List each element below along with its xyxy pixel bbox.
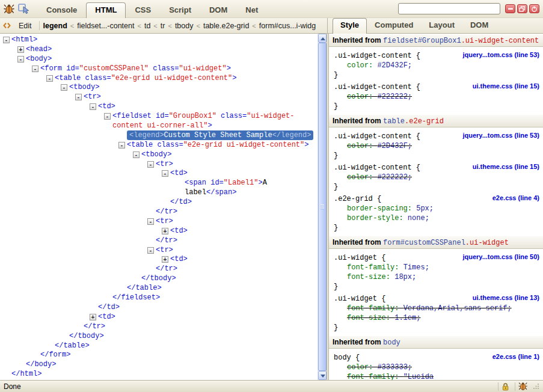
tree-node[interactable]: -<body> bbox=[0, 55, 318, 64]
header-selector-link[interactable]: fieldset#GroupBox1 bbox=[383, 37, 461, 45]
css-property[interactable]: color: #222222; bbox=[334, 173, 538, 182]
tree-node[interactable]: </html> bbox=[0, 370, 318, 379]
tree-node[interactable]: -<tbody> bbox=[0, 150, 318, 160]
css-property[interactable]: border-style: none; bbox=[334, 213, 538, 223]
tab-html[interactable]: HTML bbox=[86, 2, 126, 18]
twisty-collapse-icon[interactable]: - bbox=[147, 247, 154, 254]
tree-node[interactable]: </tbody> bbox=[0, 332, 318, 341]
css-property[interactable]: color: #222222; bbox=[334, 92, 538, 102]
scroll-down-button[interactable] bbox=[318, 371, 327, 380]
tree-node[interactable]: -<fieldset id="GroupBox1" class="ui-widg… bbox=[0, 112, 318, 121]
source-file-link[interactable]: ui.theme.css (line 15) bbox=[473, 163, 539, 170]
deactivate-button[interactable] bbox=[529, 4, 539, 13]
side-tab-computed[interactable]: Computed bbox=[367, 18, 421, 33]
tree-node[interactable]: -<tr> bbox=[0, 160, 318, 170]
search-input[interactable] bbox=[398, 3, 500, 14]
tree-node[interactable]: </tr> bbox=[0, 207, 318, 217]
source-file-link[interactable]: e2e.css (line 1) bbox=[492, 353, 539, 360]
source-file-link[interactable]: ui.theme.css (line 15) bbox=[473, 82, 539, 90]
twisty-collapse-icon[interactable]: - bbox=[133, 152, 140, 158]
tab-script[interactable]: Script bbox=[160, 2, 200, 17]
breadcrumb-item-table-e2e-grid[interactable]: table.e2e-grid bbox=[202, 22, 250, 30]
tree-node[interactable]: </body> bbox=[0, 360, 318, 370]
twisty-collapse-icon[interactable]: - bbox=[118, 142, 125, 149]
tree-node[interactable]: </tr> bbox=[0, 322, 318, 332]
breadcrumb-item-tr[interactable]: tr bbox=[159, 22, 167, 30]
header-selector-link[interactable]: body bbox=[383, 338, 400, 347]
breadcrumb-item-legend[interactable]: legend bbox=[42, 22, 69, 30]
tree-node[interactable]: -<table class="e2e-grid ui-widget-conten… bbox=[0, 141, 318, 150]
twisty-expand-icon[interactable]: + bbox=[17, 46, 24, 53]
source-file-link[interactable]: jquery...tom.css (line 53) bbox=[462, 132, 539, 139]
tree-node[interactable]: -<table class="e2e-grid ui-widget-conten… bbox=[0, 74, 318, 84]
twisty-collapse-icon[interactable]: - bbox=[17, 56, 24, 63]
tree-node[interactable]: -<td> bbox=[0, 102, 318, 112]
tree-node[interactable]: +<td> bbox=[0, 227, 318, 236]
tree-node[interactable]: </tbody> bbox=[0, 274, 318, 284]
tree-node[interactable]: </td> bbox=[0, 198, 318, 207]
twisty-collapse-icon[interactable]: - bbox=[75, 94, 82, 100]
tree-node[interactable]: content ui-corner-all"> bbox=[0, 121, 318, 131]
source-file-link[interactable]: jquery...tom.css (line 53) bbox=[462, 51, 539, 58]
tree-node[interactable]: -<tr> bbox=[0, 246, 318, 256]
css-property[interactable]: color: #2D432F; bbox=[334, 141, 538, 151]
header-selector-link[interactable]: .ui-widget-content bbox=[461, 37, 539, 45]
header-selector-link[interactable]: table bbox=[383, 117, 405, 126]
tree-node[interactable]: </tr> bbox=[0, 236, 318, 246]
source-file-link[interactable]: e2e.css (line 4) bbox=[492, 194, 539, 201]
tree-node[interactable]: +<head> bbox=[0, 45, 318, 55]
tree-node[interactable]: -<html> bbox=[0, 35, 318, 45]
tree-node[interactable]: </table> bbox=[0, 341, 318, 351]
tree-node[interactable]: +<td> bbox=[0, 255, 318, 265]
header-selector-link[interactable]: .ui-widget bbox=[465, 239, 509, 247]
css-property[interactable]: font-size: 1.1em; bbox=[334, 313, 538, 323]
side-tab-style[interactable]: Style bbox=[333, 18, 367, 34]
tree-node[interactable]: -<tbody> bbox=[0, 83, 318, 93]
code-chevrons-icon[interactable] bbox=[2, 22, 11, 29]
css-property[interactable]: font-family: "Lucida Grande",Verdana,Ari… bbox=[334, 372, 538, 380]
breadcrumb-item-form-cus-i-widg[interactable]: form#cus...i-widg bbox=[258, 22, 317, 30]
twisty-collapse-icon[interactable]: - bbox=[147, 161, 154, 168]
tree-node[interactable]: </table> bbox=[0, 284, 318, 293]
tree-node[interactable]: <legend>Custom Style Sheet Sample</legen… bbox=[0, 131, 318, 141]
tab-net[interactable]: Net bbox=[236, 2, 267, 17]
header-selector-link[interactable]: form#customCSSPanel bbox=[383, 239, 465, 247]
tree-node[interactable]: </tr> bbox=[0, 265, 318, 274]
breadcrumb-item-fieldset-content[interactable]: fieldset...-content bbox=[76, 22, 135, 30]
css-property[interactable]: font-family: Times; bbox=[334, 263, 538, 272]
firebug-bug-icon[interactable] bbox=[4, 4, 16, 14]
tab-dom[interactable]: DOM bbox=[200, 2, 236, 17]
tree-node[interactable]: </td> bbox=[0, 303, 318, 313]
edit-button[interactable]: Edit bbox=[14, 22, 37, 30]
breadcrumb-item-tbody[interactable]: tbody bbox=[174, 22, 195, 30]
scrollbar-thumb[interactable] bbox=[318, 43, 327, 371]
css-property[interactable]: font-size: 18px; bbox=[334, 272, 538, 282]
side-tab-layout[interactable]: Layout bbox=[421, 18, 462, 33]
twisty-collapse-icon[interactable]: - bbox=[104, 113, 111, 120]
tree-node[interactable]: </form> bbox=[0, 351, 318, 360]
vertical-scrollbar[interactable] bbox=[318, 34, 327, 380]
twisty-collapse-icon[interactable]: - bbox=[46, 75, 53, 82]
source-file-link[interactable]: jquery...tom.css (line 50) bbox=[462, 253, 539, 260]
tree-node[interactable]: <span id="Label1">A bbox=[0, 179, 318, 188]
resize-grip-icon[interactable] bbox=[533, 382, 539, 391]
tab-css[interactable]: CSS bbox=[126, 2, 160, 17]
detach-window-button[interactable] bbox=[517, 4, 527, 13]
twisty-collapse-icon[interactable]: - bbox=[162, 170, 168, 177]
css-property[interactable]: font-family: Verdana,Arial,sans-serif; bbox=[334, 304, 538, 313]
tree-node[interactable]: </fieldset> bbox=[0, 293, 318, 303]
twisty-collapse-icon[interactable]: - bbox=[147, 218, 154, 225]
css-property[interactable]: color: #2D432F; bbox=[334, 61, 538, 70]
twisty-collapse-icon[interactable]: - bbox=[90, 103, 96, 110]
tree-node[interactable]: +<td> bbox=[0, 313, 318, 322]
source-file-link[interactable]: ui.theme.css (line 13) bbox=[473, 294, 539, 301]
twisty-collapse-icon[interactable]: - bbox=[3, 37, 10, 43]
inspect-element-icon[interactable] bbox=[18, 4, 30, 14]
tree-node[interactable]: label</span> bbox=[0, 188, 318, 198]
minimize-button[interactable] bbox=[505, 4, 515, 13]
tree-node[interactable]: -<form id="customCSSPanel" class="ui-wid… bbox=[0, 64, 318, 74]
header-selector-link[interactable]: .e2e-grid bbox=[405, 117, 444, 126]
css-property[interactable]: color: #333333; bbox=[334, 363, 538, 372]
css-property[interactable]: border-spacing: 5px; bbox=[334, 204, 538, 213]
twisty-collapse-icon[interactable]: - bbox=[32, 66, 38, 72]
